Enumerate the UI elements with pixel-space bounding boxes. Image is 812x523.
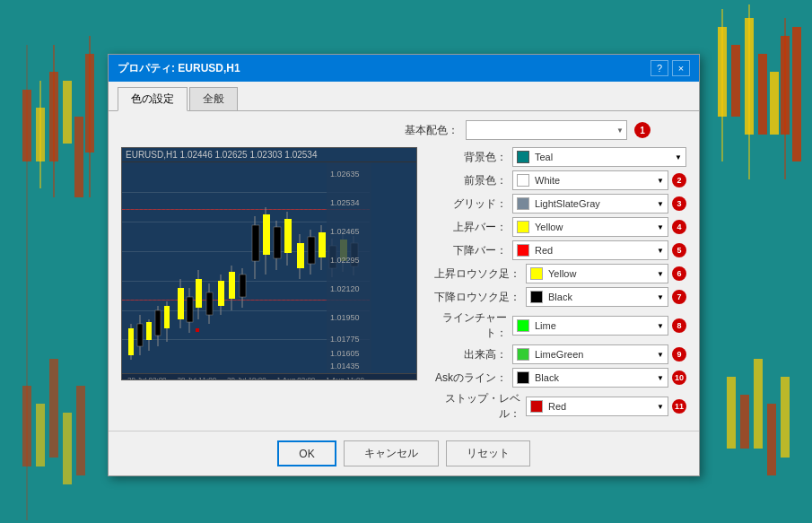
- line-dropdown-arrow: ▼: [657, 322, 664, 330]
- tab-general[interactable]: 全般: [189, 87, 238, 110]
- svg-text:1.01950: 1.01950: [330, 313, 360, 322]
- svg-rect-68: [319, 232, 326, 257]
- setting-row-up-bar: 上昇バー： Yellow ▼ 4: [426, 217, 686, 237]
- up-candle-color-text: Yellow: [548, 268, 576, 279]
- grid-swatch: [517, 197, 529, 210]
- svg-text:1.02465: 1.02465: [330, 227, 360, 236]
- setting-label-line: ラインチャート：: [426, 310, 507, 341]
- ask-color-text: Black: [535, 372, 559, 383]
- fg-color-dropdown[interactable]: White ▼: [512, 170, 668, 190]
- titlebar-buttons: ? ×: [650, 60, 690, 76]
- svg-rect-6: [63, 81, 72, 144]
- stop-swatch: [530, 400, 543, 413]
- bg-color-text: Teal: [535, 152, 553, 162]
- fg-color-text: White: [535, 175, 560, 186]
- badge-10: 10: [672, 370, 686, 385]
- svg-rect-25: [22, 386, 31, 466]
- chart-preview: EURUSD,H1 1.02446 1.02625 1.02303 1.0253…: [121, 147, 417, 380]
- svg-text:1.02534: 1.02534: [330, 198, 360, 207]
- svg-rect-21: [740, 395, 749, 449]
- badge-2: 2: [672, 173, 686, 187]
- ask-swatch: [517, 371, 529, 384]
- close-button[interactable]: ×: [672, 60, 690, 76]
- setting-row-grid: グリッド： LightSlateGray ▼ 3: [426, 194, 686, 214]
- svg-rect-22: [754, 359, 763, 449]
- svg-text:1.01435: 1.01435: [330, 362, 360, 370]
- up-candle-color-dropdown[interactable]: Yellow ▼: [526, 264, 668, 283]
- line-color-dropdown[interactable]: Lime ▼: [512, 316, 668, 336]
- settings-panel: 背景色： Teal ▼ 前景色： White ▼ 2: [426, 147, 686, 422]
- setting-row-bg: 背景色： Teal ▼: [426, 147, 686, 167]
- badge-9: 9: [672, 347, 686, 362]
- ask-color-dropdown[interactable]: Black ▼: [512, 368, 668, 388]
- down-bar-color-dropdown[interactable]: Red ▼: [512, 240, 668, 260]
- badge-1: 1: [634, 122, 650, 138]
- svg-rect-28: [63, 413, 72, 484]
- base-color-select[interactable]: [466, 120, 627, 140]
- badge-6: 6: [672, 266, 686, 281]
- svg-rect-52: [229, 272, 235, 299]
- down-bar-color-text: Red: [535, 245, 553, 256]
- dialog-titlebar: プロパティ: EURUSD,H1 ? ×: [109, 55, 699, 82]
- svg-rect-1: [22, 90, 31, 161]
- setting-row-volume: 出来高： LimeGreen ▼ 9: [426, 344, 686, 364]
- bg-swatch: [517, 151, 529, 163]
- up-bar-swatch: [517, 221, 529, 233]
- base-color-label: 基本配色：: [405, 123, 458, 138]
- chart-header: EURUSD,H1 1.02446 1.02625 1.02303 1.0253…: [122, 148, 416, 162]
- svg-rect-35: [146, 322, 152, 340]
- reset-button[interactable]: リセット: [446, 440, 530, 466]
- svg-rect-37: [155, 310, 161, 336]
- down-bar-dropdown-arrow: ▼: [657, 247, 664, 255]
- x-label-1: 29 Jul 03:00: [127, 376, 167, 380]
- setting-label-ask: Askのライン：: [426, 370, 507, 386]
- up-bar-color-dropdown[interactable]: Yellow ▼: [512, 217, 668, 237]
- down-bar-swatch: [517, 244, 529, 257]
- badge-3: 3: [672, 196, 686, 211]
- fg-swatch: [517, 174, 529, 187]
- svg-text:1.02635: 1.02635: [330, 170, 360, 179]
- badge-8: 8: [672, 318, 686, 333]
- down-candle-dropdown-arrow: ▼: [657, 293, 664, 301]
- down-candle-color-dropdown[interactable]: Black ▼: [526, 287, 668, 307]
- volume-color-text: LimeGreen: [535, 349, 583, 360]
- grid-color-dropdown[interactable]: LightSlateGray ▼: [512, 194, 668, 214]
- bg-color-dropdown[interactable]: Teal ▼: [512, 147, 686, 167]
- setting-label-grid: グリッド：: [426, 196, 507, 212]
- up-bar-color-text: Yellow: [535, 222, 563, 232]
- grid-color-text: LightSlateGray: [535, 198, 600, 209]
- badge-11: 11: [672, 399, 686, 414]
- svg-rect-23: [767, 404, 776, 475]
- properties-dialog: プロパティ: EURUSD,H1 ? × 色の設定 全般 基本配色： 1 EUR…: [108, 54, 700, 476]
- line-swatch: [517, 319, 529, 332]
- base-color-row: 基本配色： 1: [121, 120, 686, 140]
- up-candle-swatch: [530, 267, 543, 280]
- svg-rect-26: [36, 404, 45, 466]
- svg-rect-58: [263, 214, 270, 255]
- svg-rect-54: [240, 275, 246, 297]
- svg-rect-12: [731, 45, 740, 117]
- volume-color-dropdown[interactable]: LimeGreen ▼: [512, 344, 668, 364]
- svg-rect-39: [164, 306, 170, 328]
- up-bar-dropdown-arrow: ▼: [657, 223, 664, 231]
- svg-text:1.02295: 1.02295: [330, 256, 360, 265]
- svg-rect-20: [727, 377, 736, 449]
- grid-dropdown-arrow: ▼: [657, 200, 664, 208]
- bg-dropdown-arrow: ▼: [675, 153, 682, 161]
- badge-5: 5: [672, 243, 686, 257]
- x-label-5: 1 Aug 11:00: [326, 376, 364, 380]
- svg-text:1.01775: 1.01775: [330, 335, 360, 344]
- svg-text:1.01605: 1.01605: [330, 349, 360, 358]
- x-labels: 29 Jul 03:00 29 Jul 11:00 29 Jul 19:00 1…: [122, 373, 416, 380]
- stop-color-dropdown[interactable]: Red ▼: [526, 397, 668, 416]
- tab-color-settings[interactable]: 色の設定: [118, 87, 188, 111]
- stop-color-text: Red: [548, 401, 566, 412]
- x-label-4: 1 Aug 03:00: [277, 376, 316, 380]
- help-button[interactable]: ?: [650, 60, 668, 76]
- cancel-button[interactable]: キャンセル: [344, 440, 439, 466]
- ok-button[interactable]: OK: [277, 440, 336, 466]
- main-content: EURUSD,H1 1.02446 1.02625 1.02303 1.0253…: [121, 147, 686, 422]
- svg-rect-29: [76, 386, 85, 475]
- setting-label-stop: ストップ・レベル：: [426, 391, 520, 422]
- setting-row-down-bar: 下降バー： Red ▼ 5: [426, 240, 686, 260]
